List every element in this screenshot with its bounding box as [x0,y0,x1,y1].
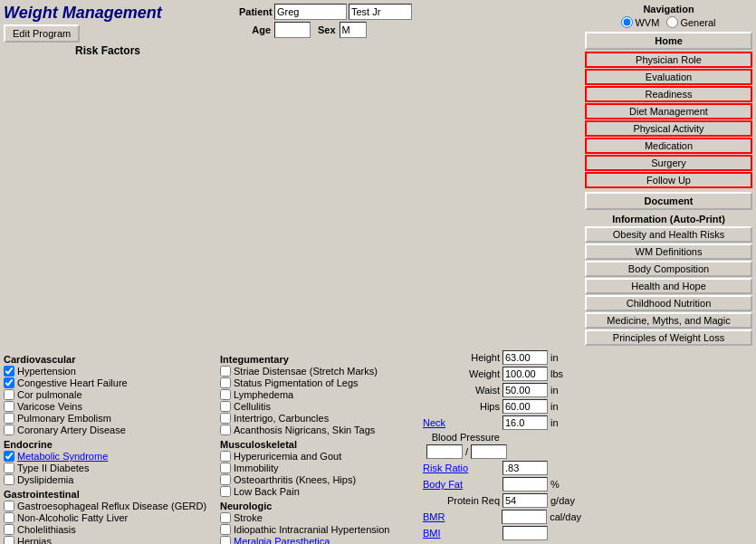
info-body-composition[interactable]: Body Composition [585,261,752,277]
wvm-label: WVM [635,17,659,28]
general-radio[interactable] [666,16,678,28]
chk-gerd[interactable]: Gastroesophageal Reflux Disease (GERD) [4,501,216,511]
waist-label: Waist [423,385,500,396]
weight-label: Weight [423,368,500,379]
navigation-title: Navigation [585,4,752,14]
bp-diastolic-input[interactable] [471,444,507,459]
chk-dyslipidemia[interactable]: Dyslipidemia [4,474,216,485]
height-input[interactable] [502,350,548,365]
neck-input[interactable] [502,415,548,430]
chk-osteoarthritis[interactable]: Osteoarthritis (Knees, Hips) [220,474,419,485]
protein-req-input[interactable] [502,493,548,508]
patient-age-input[interactable] [274,22,311,38]
chk-low-back-pain[interactable]: Low Back Pain [220,486,419,497]
chk-coronary-artery-disease[interactable]: Coronary Artery Disease [4,425,216,435]
nav-physical-activity[interactable]: Physical Activity [585,120,752,137]
weight-unit: lbs [550,368,563,379]
risk-ratio-input[interactable] [502,461,548,475]
risk-ratio-link[interactable]: Risk Ratio [423,463,500,473]
musculoskeletal-header: Musculoskeletal [220,439,419,450]
chk-cellulitis[interactable]: Cellulitis [220,401,419,412]
nav-evaluation[interactable]: Evaluation [585,69,752,85]
info-wm-definitions[interactable]: WM Definitions [585,243,752,260]
risk-factors-label: Risk Factors [4,44,212,57]
bp-systolic-input[interactable] [426,444,463,459]
bmi-input[interactable] [502,526,548,540]
chk-meralgia[interactable]: Meralgia Paresthetica [220,536,419,544]
nav-surgery[interactable]: Surgery [585,155,752,171]
height-unit: in [550,352,559,363]
patient-firstname-input[interactable] [274,4,347,20]
edit-program-button[interactable]: Edit Program [4,24,80,43]
protein-req-unit: g/day [550,495,575,506]
bp-separator: / [465,446,468,457]
info-obesity-health[interactable]: Obesity and Health Risks [585,226,752,243]
home-button[interactable]: Home [585,32,752,50]
nav-medication[interactable]: Medication [585,138,752,154]
chk-striae[interactable]: Striae Distensae (Stretch Marks) [220,366,419,377]
info-weight-loss[interactable]: Principles of Weight Loss [585,329,752,346]
integumentary-header: Integumentary [220,354,419,365]
body-fat-unit: % [550,479,560,490]
chk-status-pigmentation[interactable]: Status Pigmentation of Legs [220,377,419,388]
info-medicine-myths[interactable]: Medicine, Myths, and Magic [585,312,752,329]
chk-acanthosis[interactable]: Acanthosis Nigricans, Skin Tags [220,425,419,435]
waist-unit: in [550,385,559,396]
height-label: Height [423,352,500,363]
wvm-radio-item[interactable]: WVM [621,16,659,28]
app-title: Weight Management [4,4,212,23]
hips-input[interactable] [502,399,548,414]
chk-varicose-veins[interactable]: Varicose Veins [4,401,216,412]
nav-follow-up[interactable]: Follow Up [585,172,752,188]
info-childhood-nutrition[interactable]: Childhood Nutrition [585,295,752,311]
chk-idiopathic-intracranial[interactable]: Idiopathic Intracranial Hypertension [220,524,419,535]
chk-non-alcoholic-fatty-liver[interactable]: Non-Alcoholic Fatty Liver [4,512,216,523]
chk-stroke[interactable]: Stroke [220,512,419,523]
patient-sex-input[interactable] [340,22,367,38]
bp-label: Blood Pressure [423,432,500,443]
neck-link[interactable]: Neck [423,417,500,428]
chk-metabolic-syndrome[interactable]: Metabolic Syndrome [4,451,216,462]
hips-label: Hips [423,401,500,412]
chk-cor-pulmonale[interactable]: Cor pulmonale [4,389,216,400]
chk-intertrigo[interactable]: Intertrigo, Carbuncles [220,413,419,424]
chk-hypertension[interactable]: Hypertension [4,366,216,377]
bmr-input[interactable] [502,510,547,524]
patient-label: Patient [239,6,271,17]
chk-immobility[interactable]: Immobility [220,463,419,473]
document-button[interactable]: Document [585,192,752,210]
chk-congestive-heart-failure[interactable]: Congestive Heart Failure [4,377,216,388]
nav-physician-role[interactable]: Physician Role [585,52,752,68]
hips-unit: in [550,401,559,412]
body-fat-link[interactable]: Body Fat [423,479,500,490]
body-fat-input[interactable] [502,477,548,492]
general-radio-item[interactable]: General [666,16,715,28]
nav-readiness[interactable]: Readiness [585,86,752,102]
neurologic-header: Neurologic [220,501,419,511]
bmr-unit: cal/day [550,511,581,522]
chk-cholelithiasis[interactable]: Cholelithiasis [4,524,216,535]
general-label: General [680,17,715,28]
chk-hyperuricemia[interactable]: Hyperuricemia and Gout [220,451,419,462]
bmr-link[interactable]: BMR [423,511,499,522]
protein-req-label: Protein Req [423,495,500,506]
cardiovascular-header: Cardiovascular [4,354,216,365]
chk-lymphedema[interactable]: Lymphedema [220,389,419,400]
information-label: Information (Auto-Print) [585,214,752,224]
chk-pulmonary-embolism[interactable]: Pulmonary Embolism [4,413,216,424]
chk-type-ii-diabetes[interactable]: Type II Diabetes [4,463,216,473]
info-health-hope[interactable]: Health and Hope [585,278,752,294]
wvm-radio[interactable] [621,16,633,28]
nav-diet-management[interactable]: Diet Management [585,103,752,119]
neck-unit: in [550,417,559,428]
waist-input[interactable] [502,383,548,397]
patient-lastname-input[interactable] [349,4,412,20]
age-label: Age [239,24,271,35]
endocrine-header: Endocrine [4,439,216,450]
weight-input[interactable] [502,367,548,381]
bmi-link[interactable]: BMI [423,528,500,539]
chk-hernias[interactable]: Hernias [4,536,216,544]
gastrointestinal-header: Gastrointestinal [4,489,216,500]
sex-label: Sex [318,24,336,35]
